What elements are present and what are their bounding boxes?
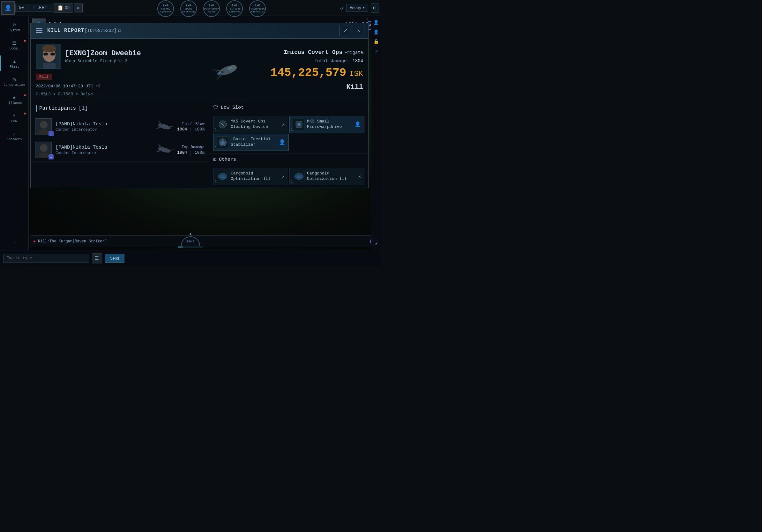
participants-header: Participants [1] — [31, 102, 209, 115]
bottom-bar: ☰ Send — [0, 250, 381, 266]
target-5[interactable]: 0km [REW]ViceKush [Machariel] — [249, 0, 266, 17]
sidebar-item-alliance[interactable]: ◈ Alliance — [0, 92, 29, 107]
others-item-1-close[interactable]: ✕ — [282, 174, 285, 179]
sidebar-item-contacts[interactable]: ☆ Contacts — [0, 128, 29, 144]
others-icon: ⊡ — [213, 156, 216, 163]
participant-2-ship: Condor Interceptor — [55, 151, 152, 155]
low-slot-item-1[interactable]: 1 MK5 Covert Ops Cloaking Device ✕ — [213, 116, 288, 133]
others-item-1[interactable]: 1 Cargohold Optimization III ✕ — [213, 168, 288, 185]
player-icon[interactable]: 👤 — [1, 1, 15, 15]
low-slot-item-2-person[interactable]: 👤 — [354, 121, 361, 128]
sidebar-item-fleet[interactable]: ⚓ Fleet — [0, 55, 29, 71]
sidebar-label-alliance: Alliance — [6, 101, 22, 105]
svg-point-44 — [297, 123, 301, 126]
victim-avatar-image — [37, 44, 61, 69]
sidebar-item-add[interactable]: + — [0, 238, 29, 249]
low-slot-item-2[interactable]: 1 MK3 Small Microwarpdrive 👤 — [289, 116, 364, 133]
participant-1-blow-type: Final Blow — [177, 122, 204, 126]
alliance-notification-dot — [24, 95, 26, 96]
right-icon-3[interactable]: 🔒 — [372, 37, 380, 45]
fleet-tab[interactable]: FLEET — [28, 4, 53, 12]
svg-point-13 — [42, 45, 56, 52]
map-icon[interactable]: ↺ — [372, 240, 380, 247]
participant-1-damage: 1804 — [177, 127, 187, 132]
system-icon: ⊕ — [13, 22, 16, 28]
player-count-value: 50 — [19, 5, 24, 10]
chevron-down-icon: ▾ — [362, 5, 365, 10]
victim-name: [EXNG]Zoom Dweebie — [65, 49, 141, 57]
speed-dial: 2m/s — [181, 236, 200, 246]
kill-badge: Kill — [36, 74, 52, 80]
participant-2-percent: 100% — [194, 150, 204, 155]
chat-send-button[interactable]: Send — [105, 254, 124, 263]
copy-icon[interactable]: ⧉ — [118, 28, 121, 33]
others-item-1-qty: 1 — [215, 180, 217, 183]
kill-location: G-M5L3 < F-I56R < Delve — [36, 92, 255, 97]
participant-2-damage: 1804 — [177, 150, 187, 155]
right-icon-bottom[interactable]: ↺ — [372, 240, 380, 247]
participant-2-ship-image — [152, 142, 177, 158]
kill-report-top: [EXNG]Zoom Dweebie Warp Scramble Strengt… — [31, 38, 368, 102]
kill-notification[interactable]: Kill:The Kurgan[Raven Striker] A — [30, 235, 381, 247]
others-item-2-close[interactable]: ✕ — [358, 174, 361, 179]
kill-report-panel: KILL REPORT [ID:6975202] ⧉ ⤢ ✕ — [30, 23, 369, 188]
target-4[interactable]: 1km [dIT]Leo Ashforc — [226, 0, 243, 17]
low-slot-item-3-icon — [217, 137, 228, 148]
right-icon-4[interactable]: ⊞ — [372, 47, 380, 55]
sidebar-item-local[interactable]: ☰ Local — [0, 37, 29, 53]
target-3[interactable]: 1km [GRA]Demor Pande — [203, 0, 220, 17]
filter-icon[interactable]: ⊟ — [371, 3, 378, 13]
participant-row-2[interactable]: i [PAND]Nikola Tesla Condor Interceptor — [31, 138, 209, 162]
fleet-label: FLEET — [34, 5, 47, 10]
external-link-button[interactable]: ⤢ — [340, 25, 351, 36]
right-icon-1[interactable]: 👤 — [372, 19, 380, 26]
others-item-2-icon — [293, 170, 304, 182]
participant-2-corp-logo: i — [48, 154, 54, 160]
right-icon-2[interactable]: 👤 — [372, 28, 380, 36]
chat-format-button[interactable]: ☰ — [92, 253, 102, 263]
target-2[interactable]: 2km [PEW] Eastwood — [180, 0, 197, 17]
fleet-count-value: 39 — [65, 5, 70, 10]
system-distance: 2 — [345, 18, 368, 21]
menu-line — [36, 30, 42, 31]
low-slot-item-3-person[interactable]: 👤 — [279, 139, 285, 146]
participant-row-1[interactable]: i [PAND]Nikola Tesla Condor Interceptor — [31, 115, 209, 138]
participant-1-percent: 100% — [194, 127, 204, 132]
enemy-selector[interactable]: Enemy ▾ — [346, 4, 368, 12]
svg-rect-11 — [50, 53, 55, 55]
low-slot-item-3[interactable]: 1 'Basic' Inertial Stabilizer 👤 — [213, 134, 289, 151]
participant-1-corp-logo: i — [48, 131, 54, 136]
low-slot-item-2-name: MK3 Small Microwarpdrive — [307, 119, 352, 130]
participant-1-ship: Condor Interceptor — [55, 128, 152, 132]
fleet-close-button[interactable]: ✕ — [74, 4, 83, 13]
left-sidebar: ⊕ System ☰ Local ⚓ Fleet ◎ Corporation ◈… — [0, 16, 29, 266]
participant-2-name: [PAND]Nikola Tesla — [55, 145, 152, 150]
targets-row: 2km [KBGAME] Cyclone 2km [PEW] Eastwood … — [83, 0, 340, 16]
target-1[interactable]: 2km [KBGAME] Cyclone — [157, 0, 174, 17]
chat-input[interactable] — [3, 254, 89, 263]
speed-indicator: ▲ 2m/s — [178, 232, 203, 247]
ship-name: Imicus Covert Ops — [284, 49, 343, 55]
panel-title: KILL REPORT — [47, 28, 85, 33]
others-item-2[interactable]: 1 Cargohold Optimization III ✕ — [289, 168, 364, 185]
low-slot-item-1-icon — [217, 119, 228, 130]
speed-arrow-up: ▲ — [190, 232, 191, 236]
sidebar-item-pew[interactable]: ⚡ Pew — [0, 110, 29, 126]
sidebar-label-local: Local — [9, 47, 19, 50]
kill-report-right: Imicus Covert Ops Frigate Total damage: … — [260, 38, 368, 102]
sidebar-item-corporation[interactable]: ◎ Corporation — [0, 74, 29, 89]
low-slot-icon: 🛡 — [213, 104, 218, 111]
others-item-1-name: Cargohold Optimization III — [231, 171, 279, 182]
panel-menu-button[interactable] — [35, 26, 44, 35]
low-slot-item-3-qty: 1 — [215, 146, 217, 149]
low-slot-item-1-close[interactable]: ✕ — [282, 122, 285, 127]
sidebar-label-corporation: Corporation — [4, 83, 25, 87]
participant-2-dmg-row: 1804 | 100% — [177, 150, 204, 155]
low-slot-header: 🛡 Low Slot — [209, 102, 368, 113]
top-bar-right: ✈ Enemy ▾ ⊟ — [340, 3, 381, 13]
panel-close-button[interactable]: ✕ — [353, 25, 364, 36]
sidebar-item-system[interactable]: ⊕ System — [0, 19, 29, 35]
participant-2-blow-type: Top Damage — [177, 145, 204, 150]
kill-notif-dot — [34, 240, 36, 242]
others-item-2-qty: 1 — [291, 180, 293, 183]
